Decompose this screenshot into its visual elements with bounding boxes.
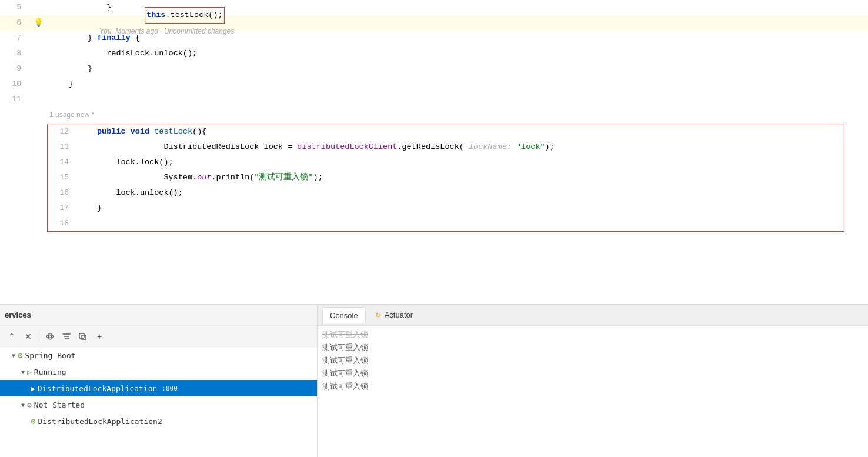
services-title: ervices [5,311,31,319]
console-output: 测试可重入锁 测试可重入锁 测试可重入锁 测试可重入锁 测试可重入锁 [318,326,868,457]
tree-item-distributed-lock-app2[interactable]: ⚙ DistributedLockApplication2 [0,413,317,429]
tab-actuator[interactable]: ↻ Actuator [368,307,420,323]
code-line-10: 10 } [0,76,868,92]
not-started-label: Not Started [34,401,85,409]
tree-item-distributed-lock-app[interactable]: ▶ DistributedLockApplication :800 [0,380,317,396]
run-icon: ▶ [31,384,35,393]
port-badge: :800 [159,384,180,393]
bottom-panel: ervices ⌃ ✕ [0,304,868,457]
collapse-button[interactable]: ⌃ [5,329,19,343]
console-line-4: 测试可重入锁 [322,367,863,380]
services-tree: ▼ ⚙ Spring Boot ▼ ▷ Running ▶ Distribute… [0,347,317,457]
spring-boot-label: Spring Boot [25,351,75,360]
eye-icon [46,332,54,341]
method-line-18: 18 [48,216,844,231]
distributed-lock-app-label: DistributedLockApplication [38,384,158,393]
console-tabs: Console ↻ Actuator [318,305,868,326]
spring-boot-icon: ⚙ [18,351,22,360]
svg-point-1 [68,338,69,339]
usage-line: 1 usage new * [0,107,868,122]
gear-settings-icon: ⚙ [27,401,32,409]
toolbar-separator-1 [39,332,39,341]
method-line-13: 13 DistributedRedisLock lock = distribut… [48,139,844,155]
console-line-2: 测试可重入锁 [322,341,863,354]
tree-item-not-started[interactable]: ▼ ⚙ Not Started [0,396,317,413]
close-button[interactable]: ✕ [21,329,35,343]
new-window-icon [79,332,87,341]
chevron-down-icon: ▼ [12,352,15,359]
chevron-down-icon-3: ▼ [21,402,25,408]
filter-icon [62,332,71,341]
bulb-icon: 💡 [34,15,44,31]
chevron-down-icon-2: ▼ [21,369,25,375]
code-line-8: 8 redisLock.unlock(); [0,46,868,61]
method-line-16: 16 lock.unlock(); [48,185,844,201]
running-label: Running [34,368,66,376]
view-button[interactable] [43,329,57,343]
tree-item-spring-boot[interactable]: ▼ ⚙ Spring Boot [0,347,317,363]
add-button[interactable]: + [92,329,106,343]
spring-icon-2: ⚙ [31,416,35,426]
panel-body: ervices ⌃ ✕ [0,305,868,457]
new-window-button[interactable] [76,329,90,343]
run-group-icon: ▷ [27,368,32,376]
method-block: 12 public void testLock(){ 13 Distribute… [47,124,844,232]
boxed-code: this.testLock(); [145,7,225,24]
method-line-15: 15 System.out.println("测试可重入锁"); [48,170,844,185]
actuator-icon: ↻ [375,311,381,319]
code-editor: 5 } 6 💡 this.testLock(); You, Moments ag… [0,0,868,304]
services-panel: ervices ⌃ ✕ [0,305,318,457]
code-line-7: 7 } finally { [0,31,868,46]
usage-tag: 1 usage new * [49,111,94,119]
console-line-1: 测试可重入锁 [322,328,863,341]
svg-point-0 [49,335,52,338]
services-toolbar: ⌃ ✕ [0,326,317,347]
method-line-17: 17 } [48,201,844,216]
console-panel: Console ↻ Actuator 测试可重入锁 测试可重入锁 测试可重入锁 … [318,305,868,457]
tree-item-running[interactable]: ▼ ▷ Running [0,363,317,380]
filter-button[interactable] [59,329,74,343]
code-line-11: 11 [0,92,868,107]
console-line-5: 测试可重入锁 [322,380,863,393]
console-tab-label: Console [330,311,358,320]
code-line-9: 9 } [0,61,868,76]
tab-console[interactable]: Console [322,307,366,323]
console-line-3: 测试可重入锁 [322,354,863,367]
actuator-tab-label: Actuator [385,311,413,319]
distributed-lock-app2-label: DistributedLockApplication2 [38,417,162,426]
services-header: ervices [0,305,317,326]
code-line-6: 6 💡 this.testLock(); You, Moments ago · … [0,15,868,31]
